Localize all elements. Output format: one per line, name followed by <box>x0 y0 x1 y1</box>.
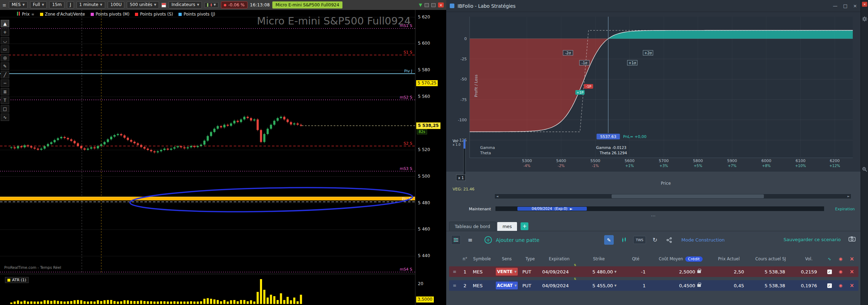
scroll-left-icon[interactable]: ◄ <box>495 195 500 198</box>
header-wave-icon[interactable]: ∿ <box>824 255 835 263</box>
expiration-cell[interactable]: 04/09/2024⇅ <box>541 266 578 277</box>
gear-icon[interactable] <box>862 16 867 23</box>
legend-item-3[interactable]: Points pivots (S) <box>135 12 173 17</box>
camera-icon[interactable] <box>849 236 856 243</box>
legend-item-2[interactable]: Points pivots (M) <box>91 12 130 17</box>
play-icon[interactable]: ► <box>570 207 573 211</box>
zoom-icon[interactable] <box>862 167 867 173</box>
menu-icon[interactable]: ≡ <box>465 235 475 245</box>
instrument-title[interactable]: Micro E-mini S&P500 Full0924 <box>272 1 342 9</box>
minimize-button[interactable]: — <box>833 3 838 9</box>
chart-style-icon[interactable] <box>619 235 629 245</box>
period-day-button[interactable]: J <box>67 1 74 9</box>
quantity-quick-button[interactable]: 100U <box>108 1 125 9</box>
draw-tool-icon[interactable]: ✎ <box>604 235 614 245</box>
minimize-button[interactable] <box>425 3 429 7</box>
expiration-cell[interactable]: 04/09/2024⇅ <box>541 280 578 291</box>
add-leg-icon[interactable]: + <box>484 236 492 244</box>
legend-item-0[interactable]: Prix≡ <box>17 12 34 17</box>
leg-avg-cost[interactable]: 2,5000 <box>651 266 710 277</box>
leg-visibility-button[interactable]: ◉ <box>835 266 846 277</box>
drag-handle[interactable]: ≡ <box>449 266 460 277</box>
contract-select[interactable]: Full▼ <box>30 1 47 9</box>
tab-tableau-de-bord[interactable]: Tableau de bord <box>449 222 496 231</box>
lock-icon[interactable] <box>697 270 701 273</box>
tool-shapes-icon[interactable]: □ <box>1 105 9 112</box>
units-select[interactable]: 500 unités▼ <box>127 1 159 9</box>
save-scenario-link[interactable]: Sauvegarder ce scenario <box>783 237 841 242</box>
leg-delete-button[interactable]: × <box>846 266 857 277</box>
chart-horizontal-scrollbar[interactable]: ◄ ► <box>494 194 851 199</box>
vol-slider-thumb[interactable] <box>464 139 465 149</box>
leg-checkbox[interactable]: ✓ <box>824 266 835 277</box>
tool-pencil-icon[interactable]: ✎ <box>1 62 9 70</box>
add-tab-button[interactable]: + <box>521 222 528 230</box>
payoff-chart[interactable]: -2σ-1σ+1σ+2σ-1P+1P5537.63PnL= +0,00Gamma… <box>446 12 861 172</box>
app-close-button[interactable]: × <box>862 2 867 7</box>
maximize-button[interactable]: □ <box>843 3 847 9</box>
order-ticket-icon[interactable] <box>161 3 166 7</box>
share-flow-icon[interactable] <box>664 235 674 245</box>
tws-button[interactable]: TWS <box>633 236 646 244</box>
price-settings-icon[interactable]: ≡ <box>31 12 34 16</box>
legend-item-4[interactable]: Points pivots (J) <box>178 12 215 17</box>
close-button[interactable]: × <box>438 2 444 7</box>
add-leg-button[interactable]: Ajouter une patte <box>496 237 539 243</box>
prt-menu-icon[interactable]: ≡ <box>2 2 6 8</box>
scrollbar-thumb[interactable] <box>612 194 764 198</box>
date-timeline[interactable]: 04/09/2024 (Exp-0) ► <box>495 206 824 211</box>
scroll-right-icon[interactable]: ► <box>846 195 851 198</box>
leg-qty[interactable]: 1 <box>620 280 651 291</box>
timeframe-select[interactable]: 1 minute▼ <box>76 1 105 9</box>
symbol-select[interactable]: MES▼ <box>9 1 28 9</box>
maximize-button[interactable] <box>431 3 436 7</box>
option-chain-icon[interactable]: ⇅ <box>574 277 576 281</box>
strike-select[interactable]: 5 480,00 ▼ <box>578 266 620 277</box>
price-axis[interactable]: 5 6205 6005 5805 5605 5205 5005 4805 460… <box>415 10 446 274</box>
tool-crosshair-icon[interactable]: + <box>1 28 9 36</box>
legend-item-1[interactable]: Zone d'Achat/Vente <box>40 12 85 17</box>
tool-zigzag-icon[interactable]: ∿ <box>1 113 9 121</box>
timeframe-15m-button[interactable]: 15m <box>49 1 64 9</box>
tool-trendline-icon[interactable]: ╱ <box>1 71 9 78</box>
drag-handle-dots[interactable]: ⋯ <box>651 213 656 218</box>
atr-indicator-label[interactable]: ATR (1) <box>5 277 29 283</box>
lock-icon[interactable] <box>697 284 701 287</box>
leg-delete-button[interactable]: × <box>846 280 857 291</box>
timeline-active-segment[interactable]: 04/09/2024 (Exp-0) ► <box>517 207 587 211</box>
leg-row[interactable]: ≡1MESVENTE▼PUT04/09/2024⇅5 480,00 ▼-12,5… <box>449 266 858 277</box>
tool-fibonacci-icon[interactable]: ≣ <box>1 88 9 95</box>
leg-checkbox[interactable]: ✓ <box>824 280 835 291</box>
tool-cursor-icon[interactable]: ▲ <box>1 20 9 27</box>
ibfolio-titlebar[interactable]: IBFolio - Labo Stratégies — □ × <box>446 0 861 12</box>
tool-eraser-icon[interactable]: ▭ <box>1 45 9 53</box>
header-delete-icon[interactable]: × <box>846 255 857 263</box>
chart-type-select[interactable]: ▼ <box>204 2 219 8</box>
sens-select[interactable]: VENTE▼ <box>494 266 520 277</box>
leg-row[interactable]: ≡2MESACHAT▼PUT04/09/2024⇅5 455,00 ▼10,45… <box>449 280 858 291</box>
sens-select[interactable]: ACHAT▼ <box>494 280 520 291</box>
option-chain-icon[interactable]: ⇅ <box>574 264 576 267</box>
price-chart[interactable]: mS1 SS1 SPiv JmS2 SS2 SmS3 SPiv MmS4 S <box>0 10 415 274</box>
tool-text-icon[interactable]: T <box>1 96 9 104</box>
atr-pane[interactable]: ATR (1) <box>0 274 415 305</box>
indicators-select[interactable]: Indicateurs▼ <box>169 1 202 9</box>
drag-handle[interactable]: ≡ <box>449 280 460 291</box>
header-eye-icon[interactable]: ◉ <box>835 255 846 263</box>
credit-mode-pill[interactable]: Crédit <box>685 256 703 262</box>
leg-visibility-button[interactable]: ◉ <box>835 280 846 291</box>
tool-zoom-icon[interactable]: ◎ <box>1 54 9 61</box>
zoom-factor-box[interactable]: x 1 <box>456 174 466 181</box>
tab-mes[interactable]: mes <box>497 222 517 231</box>
tool-horizontal-line-icon[interactable]: ─ <box>1 79 9 87</box>
strike-select[interactable]: 5 455,00 ▼ <box>578 280 620 291</box>
collapse-icon[interactable]: ▼ <box>419 3 422 7</box>
vol-slider[interactable]: Vol x 1.0 <box>453 139 461 146</box>
close-button[interactable]: × <box>853 3 857 9</box>
leg-avg-cost[interactable]: 0,4500 <box>651 280 710 291</box>
settings-sliders-icon[interactable] <box>451 235 461 245</box>
window-controls: — □ × <box>833 3 857 9</box>
refresh-icon[interactable]: ↻ <box>650 235 660 245</box>
tool-magnet-icon[interactable]: ◡ <box>1 37 9 44</box>
leg-qty[interactable]: -1 <box>620 266 651 277</box>
